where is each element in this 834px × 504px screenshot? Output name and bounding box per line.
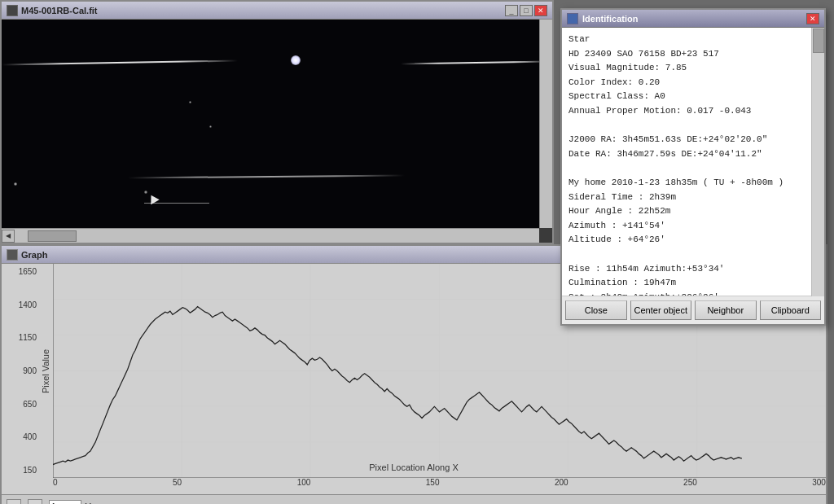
y-tick-400: 400 (23, 432, 37, 441)
star-small-1 (14, 182, 17, 186)
id-title: Identification (582, 10, 806, 28)
y-axis-label: Pixel Value (41, 348, 50, 392)
footer-btn-1[interactable] (7, 499, 21, 505)
y-axis-ticks: 1650 1400 1150 900 650 400 150 (2, 264, 38, 478)
bright-star (291, 55, 301, 65)
graph-icon (7, 249, 18, 261)
id-button-row: Close Center object Neighbor Clipboard (562, 296, 824, 324)
streak-2 (401, 60, 551, 64)
id-date-ra: Date RA: 3h46m27.59s DE:+24°04'11.2" (568, 147, 818, 162)
crosshair-horizontal (144, 203, 209, 204)
star-small-4 (209, 125, 212, 128)
scrollbar-vertical[interactable] (539, 20, 552, 228)
x-tick-300: 300 (812, 478, 826, 493)
id-rise: Rise : 11h54m Azimuth:+53°34' (568, 262, 818, 277)
y-axis-label-container: Pixel Value (38, 264, 53, 478)
star-small-2 (144, 191, 147, 194)
id-controls: ✕ (806, 13, 819, 24)
scroll-left-btn[interactable]: ◀ (2, 230, 15, 243)
id-culmination: Culmination : 19h47m (568, 276, 818, 291)
id-color-index: Color Index: 0.20 (568, 76, 818, 90)
id-close-btn[interactable]: ✕ (806, 13, 819, 24)
streak-3 (128, 175, 405, 179)
center-object-button[interactable]: Center object (630, 300, 692, 320)
neighbor-button[interactable]: Neighbor (695, 300, 757, 320)
x-tick-200: 200 (555, 478, 568, 493)
id-titlebar: Identification ✕ (562, 10, 824, 28)
id-catalog: HD 23409 SAO 76158 BD+23 517 (568, 47, 818, 62)
main-titlebar: M45-001RB-Cal.fit _ □ ✕ (2, 2, 552, 20)
mean-input[interactable] (49, 500, 81, 505)
star-small-3 (189, 101, 191, 103)
identification-window: Identification ✕ Star HD 23409 SAO 76158… (560, 8, 826, 326)
id-scroll-thumb[interactable] (813, 28, 824, 53)
title-icon (7, 5, 18, 16)
mean-control: Mean (49, 500, 105, 505)
id-scrollbar[interactable] (811, 28, 824, 296)
id-body: Star HD 23409 SAO 76158 BD+23 517 Visual… (562, 28, 824, 296)
id-j2000-ra: J2000 RA: 3h45m51.63s DE:+24°02'20.0" (568, 133, 818, 147)
y-tick-1400: 1400 (19, 300, 37, 309)
x-tick-150: 150 (426, 478, 440, 493)
x-tick-250: 250 (683, 478, 697, 493)
close-button[interactable]: ✕ (534, 5, 547, 16)
clipboard-button[interactable]: Clipboard (760, 300, 822, 320)
y-tick-900: 900 (23, 366, 37, 375)
id-spectral-class: Spectral Class: A0 (568, 90, 818, 104)
id-azimuth: Azimuth : +141°54' (568, 219, 818, 234)
x-tick-50: 50 (173, 478, 182, 493)
pixel-profile-line (53, 307, 742, 465)
footer-btn-2[interactable] (28, 499, 42, 505)
id-set: Set : 3h40m Azimuth:+306°26' (568, 291, 818, 296)
id-proper-motion: Annual Proper Motion: 0.017 -0.043 (568, 104, 818, 119)
id-home-date: My home 2010-1-23 18h35m ( TU + -8h00m ) (568, 176, 818, 191)
minimize-button[interactable]: _ (505, 5, 518, 16)
x-tick-100: 100 (297, 478, 311, 493)
scrollbar-horizontal[interactable]: ◀ (2, 228, 539, 243)
id-visual-magnitude: Visual Magnitude: 7.85 (568, 61, 818, 76)
star-field (2, 20, 552, 228)
id-type: Star (568, 33, 818, 47)
x-axis-label: Pixel Location Along X (0, 462, 827, 472)
maximize-button[interactable]: □ (520, 5, 533, 16)
x-axis-ticks: 0 50 100 150 200 250 300 (53, 478, 826, 494)
x-tick-0: 0 (53, 478, 58, 493)
image-area (2, 20, 552, 228)
window-controls: _ □ ✕ (505, 5, 547, 16)
streak-1 (2, 59, 238, 65)
id-content-area: Star HD 23409 SAO 76158 BD+23 517 Visual… (562, 28, 824, 296)
id-altitude: Altitude : +64°26' (568, 233, 818, 248)
id-icon (567, 13, 578, 24)
graph-footer: Mean (2, 494, 826, 504)
y-tick-650: 650 (23, 400, 37, 409)
y-tick-1150: 1150 (19, 333, 37, 342)
y-tick-1650: 1650 (19, 267, 37, 276)
main-image-window: M45-001RB-Cal.fit _ □ ✕ ◀ (0, 0, 554, 244)
close-id-button[interactable]: Close (565, 300, 627, 320)
id-hour-angle: Hour Angle : 22h52m (568, 204, 818, 219)
main-title: M45-001RB-Cal.fit (21, 6, 505, 15)
id-sideral-time: Sideral Time : 2h39m (568, 191, 818, 205)
scroll-thumb-horizontal[interactable] (28, 230, 77, 242)
